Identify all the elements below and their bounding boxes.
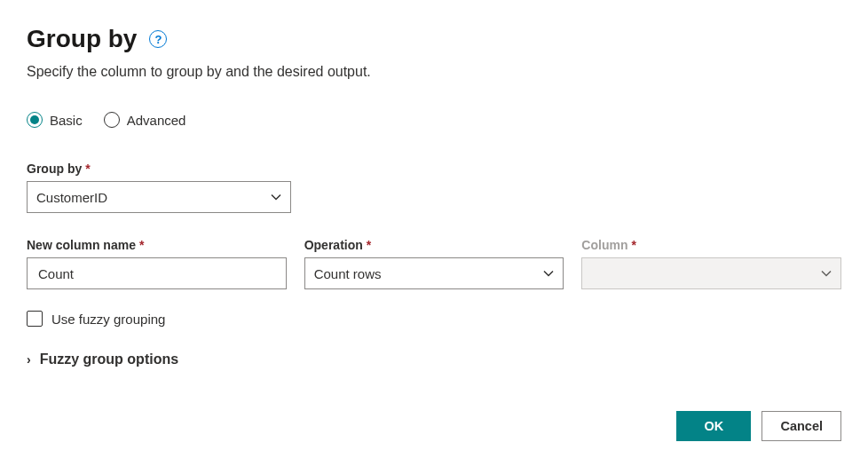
chevron-down-icon bbox=[271, 192, 281, 202]
fuzzy-checkbox[interactable]: Use fuzzy grouping bbox=[27, 311, 841, 327]
required-marker: * bbox=[631, 238, 635, 252]
dialog-subtitle: Specify the column to group by and the d… bbox=[27, 64, 841, 80]
operation-value: Count rows bbox=[314, 266, 382, 281]
groupby-label: Group by* bbox=[27, 162, 841, 176]
chevron-down-icon bbox=[821, 268, 832, 279]
column-label: Column* bbox=[581, 238, 841, 252]
mode-radio-basic[interactable]: Basic bbox=[27, 112, 83, 128]
mode-radio-advanced[interactable]: Advanced bbox=[104, 112, 186, 128]
required-marker: * bbox=[139, 238, 144, 252]
cancel-button[interactable]: Cancel bbox=[761, 411, 841, 441]
fuzzy-options-label: Fuzzy group options bbox=[40, 351, 178, 367]
groupby-value: CustomerID bbox=[36, 190, 107, 205]
mode-radio-group: Basic Advanced bbox=[27, 112, 841, 128]
chevron-right-icon: › bbox=[27, 352, 31, 367]
newcol-label: New column name* bbox=[27, 238, 287, 252]
required-marker: * bbox=[85, 162, 90, 176]
newcol-input-wrap bbox=[27, 257, 287, 289]
ok-button[interactable]: OK bbox=[676, 411, 751, 441]
mode-advanced-label: Advanced bbox=[127, 113, 186, 128]
required-marker: * bbox=[367, 238, 371, 252]
newcol-input[interactable] bbox=[36, 258, 277, 288]
column-select bbox=[581, 257, 841, 289]
fuzzy-checkbox-label: Use fuzzy grouping bbox=[51, 312, 165, 327]
groupby-select[interactable]: CustomerID bbox=[27, 181, 291, 213]
mode-basic-label: Basic bbox=[50, 113, 83, 128]
radio-selected-icon bbox=[27, 112, 43, 128]
chevron-down-icon bbox=[543, 268, 554, 279]
operation-select[interactable]: Count rows bbox=[304, 257, 564, 289]
dialog-footer: OK Cancel bbox=[676, 411, 841, 441]
help-icon[interactable]: ? bbox=[149, 30, 167, 48]
radio-unselected-icon bbox=[104, 112, 120, 128]
dialog-title: Group by bbox=[27, 25, 137, 53]
checkbox-icon bbox=[27, 311, 43, 327]
fuzzy-options-expander[interactable]: › Fuzzy group options bbox=[27, 351, 841, 367]
operation-label: Operation* bbox=[304, 238, 564, 252]
